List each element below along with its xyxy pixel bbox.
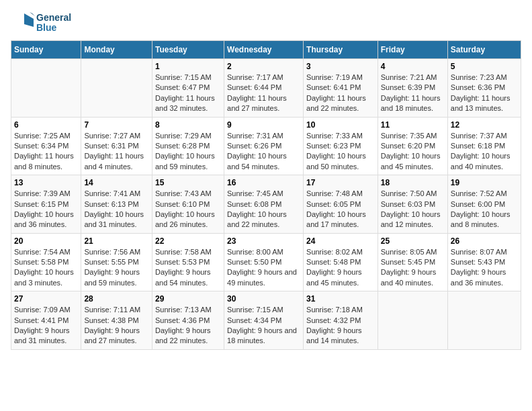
day-info: Sunrise: 7:33 AMSunset: 6:23 PMDaylight:…: [306, 132, 366, 171]
day-cell: 10Sunrise: 7:33 AMSunset: 6:23 PMDayligh…: [304, 117, 378, 175]
day-number: 6: [14, 120, 78, 130]
day-info: Sunrise: 7:27 AMSunset: 6:31 PMDaylight:…: [84, 132, 144, 171]
day-cell: 2Sunrise: 7:17 AMSunset: 6:44 PMDaylight…: [224, 59, 304, 118]
calendar-body: 1Sunrise: 7:15 AMSunset: 6:47 PMDaylight…: [11, 59, 521, 350]
day-number: 24: [306, 236, 375, 246]
day-number: 29: [155, 294, 221, 304]
day-cell: 8Sunrise: 7:29 AMSunset: 6:28 PMDaylight…: [152, 117, 224, 175]
week-row-1: 1Sunrise: 7:15 AMSunset: 6:47 PMDaylight…: [11, 59, 521, 118]
day-cell: 9Sunrise: 7:31 AMSunset: 6:26 PMDaylight…: [224, 117, 304, 175]
week-row-5: 27Sunrise: 7:09 AMSunset: 4:41 PMDayligh…: [11, 291, 521, 350]
day-cell: 20Sunrise: 7:54 AMSunset: 5:58 PMDayligh…: [11, 233, 81, 291]
day-cell: 26Sunrise: 8:07 AMSunset: 5:43 PMDayligh…: [447, 233, 521, 291]
logo-line1: General: [36, 13, 71, 23]
day-cell: 1Sunrise: 7:15 AMSunset: 6:47 PMDaylight…: [152, 59, 224, 118]
week-row-3: 13Sunrise: 7:39 AMSunset: 6:15 PMDayligh…: [11, 175, 521, 234]
day-number: 3: [306, 62, 375, 71]
day-number: 13: [14, 178, 78, 187]
day-info: Sunrise: 7:31 AMSunset: 6:26 PMDaylight:…: [227, 132, 287, 171]
svg-marker-0: [24, 13, 34, 27]
day-number: 28: [84, 294, 149, 304]
day-cell: 4Sunrise: 7:21 AMSunset: 6:39 PMDaylight…: [378, 59, 447, 118]
day-info: Sunrise: 7:48 AMSunset: 6:05 PMDaylight:…: [306, 189, 366, 228]
day-info: Sunrise: 7:11 AMSunset: 4:38 PMDaylight:…: [84, 306, 140, 345]
day-number: 16: [227, 178, 300, 187]
day-number: 18: [381, 178, 445, 187]
day-info: Sunrise: 7:43 AMSunset: 6:10 PMDaylight:…: [155, 189, 215, 228]
day-number: 1: [155, 62, 221, 71]
day-number: 10: [306, 120, 375, 130]
calendar-header: SundayMondayTuesdayWednesdayThursdayFrid…: [11, 41, 521, 59]
day-number: 23: [227, 236, 300, 246]
day-info: Sunrise: 7:45 AMSunset: 6:08 PMDaylight:…: [227, 189, 287, 228]
day-cell: 3Sunrise: 7:19 AMSunset: 6:41 PMDaylight…: [304, 59, 378, 118]
day-cell: [378, 291, 447, 350]
day-cell: [81, 59, 152, 118]
day-cell: 19Sunrise: 7:52 AMSunset: 6:00 PMDayligh…: [447, 175, 521, 234]
header-cell-thursday: Thursday: [304, 41, 378, 59]
header-cell-saturday: Saturday: [447, 41, 521, 59]
day-cell: 31Sunrise: 7:18 AMSunset: 4:32 PMDayligh…: [304, 291, 378, 350]
day-number: 22: [155, 236, 221, 246]
week-row-4: 20Sunrise: 7:54 AMSunset: 5:58 PMDayligh…: [11, 233, 521, 291]
day-info: Sunrise: 8:07 AMSunset: 5:43 PMDaylight:…: [451, 248, 507, 287]
svg-marker-1: [30, 12, 35, 16]
day-cell: 16Sunrise: 7:45 AMSunset: 6:08 PMDayligh…: [224, 175, 304, 234]
day-number: 12: [451, 120, 518, 130]
day-cell: 30Sunrise: 7:15 AMSunset: 4:34 PMDayligh…: [224, 291, 304, 350]
week-row-2: 6Sunrise: 7:25 AMSunset: 6:34 PMDaylight…: [11, 117, 521, 175]
header-cell-sunday: Sunday: [11, 41, 81, 59]
day-cell: 6Sunrise: 7:25 AMSunset: 6:34 PMDaylight…: [11, 117, 81, 175]
day-info: Sunrise: 7:25 AMSunset: 6:34 PMDaylight:…: [14, 132, 74, 171]
day-cell: [447, 291, 521, 350]
day-cell: 21Sunrise: 7:56 AMSunset: 5:55 PMDayligh…: [81, 233, 152, 291]
day-cell: 22Sunrise: 7:58 AMSunset: 5:53 PMDayligh…: [152, 233, 224, 291]
day-info: Sunrise: 7:52 AMSunset: 6:00 PMDaylight:…: [451, 189, 511, 228]
day-info: Sunrise: 7:15 AMSunset: 6:47 PMDaylight:…: [155, 73, 215, 112]
day-number: 27: [14, 294, 78, 304]
day-number: 9: [227, 120, 300, 130]
day-info: Sunrise: 7:35 AMSunset: 6:20 PMDaylight:…: [381, 132, 441, 171]
day-number: 5: [451, 62, 518, 71]
day-cell: 23Sunrise: 8:00 AMSunset: 5:50 PMDayligh…: [224, 233, 304, 291]
day-number: 7: [84, 120, 149, 130]
header-row: SundayMondayTuesdayWednesdayThursdayFrid…: [11, 41, 521, 59]
day-info: Sunrise: 8:02 AMSunset: 5:48 PMDaylight:…: [306, 248, 363, 287]
day-info: Sunrise: 7:56 AMSunset: 5:55 PMDaylight:…: [84, 248, 140, 287]
day-cell: 12Sunrise: 7:37 AMSunset: 6:18 PMDayligh…: [447, 117, 521, 175]
day-number: 25: [381, 236, 445, 246]
day-number: 4: [381, 62, 445, 71]
day-info: Sunrise: 7:29 AMSunset: 6:28 PMDaylight:…: [155, 132, 215, 171]
day-info: Sunrise: 7:17 AMSunset: 6:44 PMDaylight:…: [227, 73, 287, 112]
day-cell: [11, 59, 81, 118]
day-number: 19: [451, 178, 518, 187]
header-cell-wednesday: Wednesday: [224, 41, 304, 59]
header-cell-monday: Monday: [81, 41, 152, 59]
day-cell: 25Sunrise: 8:05 AMSunset: 5:45 PMDayligh…: [378, 233, 447, 291]
day-number: 21: [84, 236, 149, 246]
day-info: Sunrise: 7:23 AMSunset: 6:36 PMDaylight:…: [451, 73, 511, 112]
day-cell: 7Sunrise: 7:27 AMSunset: 6:31 PMDaylight…: [81, 117, 152, 175]
day-info: Sunrise: 7:39 AMSunset: 6:15 PMDaylight:…: [14, 189, 74, 228]
day-number: 11: [381, 120, 445, 130]
calendar-table: SundayMondayTuesdayWednesdayThursdayFrid…: [11, 40, 521, 350]
day-info: Sunrise: 7:19 AMSunset: 6:41 PMDaylight:…: [306, 73, 366, 112]
day-cell: 17Sunrise: 7:48 AMSunset: 6:05 PMDayligh…: [304, 175, 378, 234]
logo-line2: Blue: [36, 23, 71, 33]
day-info: Sunrise: 7:21 AMSunset: 6:39 PMDaylight:…: [381, 73, 441, 112]
day-number: 20: [14, 236, 78, 246]
day-info: Sunrise: 7:50 AMSunset: 6:03 PMDaylight:…: [381, 189, 441, 228]
day-number: 14: [84, 178, 149, 187]
day-cell: 24Sunrise: 8:02 AMSunset: 5:48 PMDayligh…: [304, 233, 378, 291]
day-info: Sunrise: 7:09 AMSunset: 4:41 PMDaylight:…: [14, 306, 71, 345]
day-cell: 27Sunrise: 7:09 AMSunset: 4:41 PMDayligh…: [11, 291, 81, 350]
day-number: 8: [155, 120, 221, 130]
day-info: Sunrise: 7:18 AMSunset: 4:32 PMDaylight:…: [306, 306, 363, 345]
day-info: Sunrise: 8:00 AMSunset: 5:50 PMDaylight:…: [227, 248, 297, 287]
day-number: 15: [155, 178, 221, 187]
day-cell: 14Sunrise: 7:41 AMSunset: 6:13 PMDayligh…: [81, 175, 152, 234]
logo: General Blue: [11, 11, 71, 35]
day-info: Sunrise: 8:05 AMSunset: 5:45 PMDaylight:…: [381, 248, 437, 287]
logo-svg: [11, 11, 35, 35]
day-info: Sunrise: 7:15 AMSunset: 4:34 PMDaylight:…: [227, 306, 297, 345]
